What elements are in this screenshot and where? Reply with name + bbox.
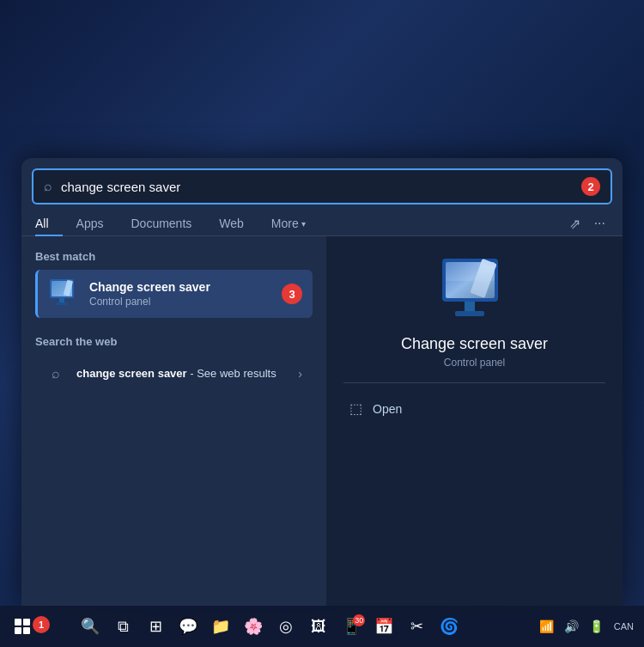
- tab-web[interactable]: Web: [205, 211, 258, 235]
- taskbar-widgets[interactable]: ⊞: [140, 611, 171, 642]
- taskbar-calendar[interactable]: 📅: [368, 611, 399, 642]
- open-label: Open: [373, 402, 402, 416]
- tab-all[interactable]: All: [35, 211, 63, 235]
- tab-documents[interactable]: Documents: [117, 211, 205, 235]
- search-panel: ⌕ change screen saver 2 All Apps Documen…: [21, 158, 623, 606]
- step-1-badge: 1: [33, 616, 50, 633]
- taskbar-huawei[interactable]: 🌸: [238, 611, 269, 642]
- clock[interactable]: CAN: [611, 620, 637, 633]
- battery-icon[interactable]: 🔋: [586, 618, 607, 635]
- taskbar-screenshot[interactable]: ✂: [401, 611, 432, 642]
- taskbar: 1 🔍 ⧉ ⊞ 💬 📁 🌸 ◎ 🖼 📱 30 📅 ✂ 🌀 📶 🔊 🔋 CAN: [0, 606, 644, 647]
- tab-apps[interactable]: Apps: [63, 211, 118, 235]
- detail-subtitle: Control panel: [343, 357, 605, 369]
- search-icon: ⌕: [44, 179, 52, 194]
- taskbar-center: 🔍 ⧉ ⊞ 💬 📁 🌸 ◎ 🖼 📱 30 📅 ✂ 🌀: [75, 611, 465, 642]
- share-icon[interactable]: ⇗: [566, 212, 584, 235]
- detail-monitor-icon: [438, 257, 511, 321]
- volume-icon[interactable]: 🔊: [561, 618, 582, 635]
- time-display: CAN: [614, 621, 634, 632]
- taskbar-photos[interactable]: 🖼: [303, 611, 334, 642]
- web-result-item[interactable]: ⌕ change screen saver - See web results …: [35, 355, 313, 393]
- svg-rect-2: [59, 298, 64, 302]
- result-subtitle: Control panel: [89, 296, 271, 308]
- filter-right-actions: ⇗ ···: [566, 212, 609, 235]
- detail-divider: [343, 382, 605, 383]
- svg-rect-3: [56, 302, 68, 305]
- web-search-icon: ⌕: [46, 363, 66, 384]
- desktop: ⌕ change screen saver 2 All Apps Documen…: [0, 0, 644, 647]
- monitor-svg: [48, 278, 79, 306]
- taskbar-whatsapp-wrapper: 📱 30: [336, 611, 367, 642]
- windows-icon: [15, 619, 30, 634]
- web-query-bold: change screen saver: [76, 367, 187, 380]
- detail-actions: ⬚ Open: [343, 394, 605, 424]
- result-app-icon: [48, 278, 79, 309]
- tab-more[interactable]: More ▾: [258, 211, 319, 235]
- step-2-badge: 2: [581, 177, 600, 196]
- filter-tabs: All Apps Documents Web More ▾ ⇗ ···: [21, 204, 623, 236]
- web-query-rest: - See web results: [187, 367, 276, 380]
- web-section-label: Search the web: [35, 335, 313, 348]
- svg-rect-9: [455, 311, 484, 316]
- filter-tabs-left: All Apps Documents Web More ▾: [35, 211, 319, 235]
- result-text: Change screen saver Control panel: [89, 280, 271, 308]
- taskbar-file-explorer[interactable]: 📁: [205, 611, 236, 642]
- open-action[interactable]: ⬚ Open: [343, 394, 605, 424]
- right-panel: Change screen saver Control panel ⬚ Open: [326, 236, 623, 606]
- whatsapp-badge: 30: [353, 614, 365, 626]
- left-panel: Best match: [21, 236, 326, 606]
- step-3-badge: 3: [282, 284, 302, 304]
- search-input[interactable]: change screen saver: [61, 180, 573, 194]
- svg-rect-8: [465, 302, 475, 312]
- open-icon: ⬚: [347, 400, 364, 417]
- best-match-label: Best match: [35, 250, 313, 263]
- result-title: Change screen saver: [89, 280, 271, 294]
- content-area: Best match: [21, 236, 623, 606]
- search-box-container[interactable]: ⌕ change screen saver 2: [32, 168, 612, 204]
- taskbar-search-button[interactable]: 🔍: [75, 611, 106, 642]
- network-icon[interactable]: 📶: [536, 618, 557, 635]
- web-result-text: change screen saver - See web results: [76, 366, 288, 381]
- taskbar-teams[interactable]: 💬: [173, 611, 204, 642]
- taskbar-task-view[interactable]: ⧉: [107, 611, 138, 642]
- taskbar-right: 📶 🔊 🔋 CAN: [536, 618, 637, 635]
- web-section: Search the web ⌕ change screen saver - S…: [35, 335, 313, 393]
- detail-icon-area: [343, 257, 605, 321]
- taskbar-chrome[interactable]: ◎: [270, 611, 301, 642]
- taskbar-edge[interactable]: 🌀: [434, 611, 465, 642]
- more-options-icon[interactable]: ···: [591, 212, 609, 235]
- chevron-down-icon: ▾: [301, 219, 306, 229]
- detail-title: Change screen saver: [343, 335, 605, 353]
- start-button-wrapper: 1: [7, 611, 38, 642]
- best-match-result[interactable]: Change screen saver Control panel 3: [35, 270, 313, 318]
- chevron-right-icon: ›: [298, 367, 302, 381]
